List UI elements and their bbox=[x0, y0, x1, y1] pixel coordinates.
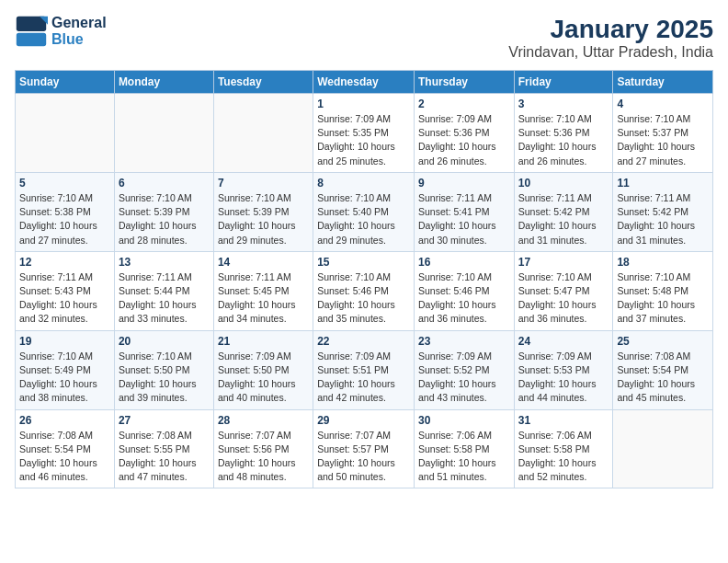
day-number: 17 bbox=[518, 256, 609, 269]
calendar-cell bbox=[16, 94, 115, 173]
day-info: Sunrise: 7:11 AM Sunset: 5:41 PM Dayligh… bbox=[418, 191, 510, 247]
calendar-cell: 23Sunrise: 7:09 AM Sunset: 5:52 PM Dayli… bbox=[414, 330, 514, 409]
calendar-cell: 10Sunrise: 7:11 AM Sunset: 5:42 PM Dayli… bbox=[514, 172, 613, 251]
week-row-5: 26Sunrise: 7:08 AM Sunset: 5:54 PM Dayli… bbox=[16, 409, 713, 488]
calendar-cell: 25Sunrise: 7:08 AM Sunset: 5:54 PM Dayli… bbox=[613, 330, 713, 409]
day-info: Sunrise: 7:08 AM Sunset: 5:55 PM Dayligh… bbox=[119, 429, 210, 485]
day-number: 20 bbox=[119, 335, 210, 348]
logo-text: General Blue bbox=[51, 15, 107, 48]
day-info: Sunrise: 7:07 AM Sunset: 5:57 PM Dayligh… bbox=[317, 429, 410, 485]
day-number: 31 bbox=[518, 414, 609, 427]
day-number: 8 bbox=[317, 177, 410, 190]
day-number: 25 bbox=[617, 335, 709, 348]
page-header: General Blue January 2025 Vrindavan, Utt… bbox=[15, 15, 713, 61]
day-info: Sunrise: 7:10 AM Sunset: 5:39 PM Dayligh… bbox=[119, 191, 210, 247]
day-info: Sunrise: 7:11 AM Sunset: 5:42 PM Dayligh… bbox=[617, 191, 709, 247]
calendar-cell: 17Sunrise: 7:10 AM Sunset: 5:47 PM Dayli… bbox=[514, 251, 613, 330]
day-info: Sunrise: 7:10 AM Sunset: 5:39 PM Dayligh… bbox=[218, 191, 309, 247]
day-info: Sunrise: 7:08 AM Sunset: 5:54 PM Dayligh… bbox=[19, 429, 110, 485]
day-number: 9 bbox=[418, 177, 510, 190]
day-header-thursday: Thursday bbox=[414, 71, 514, 94]
calendar-cell: 13Sunrise: 7:11 AM Sunset: 5:44 PM Dayli… bbox=[114, 251, 213, 330]
calendar-cell: 4Sunrise: 7:10 AM Sunset: 5:37 PM Daylig… bbox=[613, 94, 713, 173]
calendar-cell: 2Sunrise: 7:09 AM Sunset: 5:36 PM Daylig… bbox=[414, 94, 514, 173]
day-header-sunday: Sunday bbox=[16, 71, 115, 94]
calendar-cell: 9Sunrise: 7:11 AM Sunset: 5:41 PM Daylig… bbox=[414, 172, 514, 251]
day-info: Sunrise: 7:10 AM Sunset: 5:46 PM Dayligh… bbox=[418, 270, 510, 327]
calendar-cell: 27Sunrise: 7:08 AM Sunset: 5:55 PM Dayli… bbox=[114, 409, 213, 488]
day-info: Sunrise: 7:10 AM Sunset: 5:47 PM Dayligh… bbox=[518, 270, 609, 327]
day-number: 4 bbox=[617, 98, 709, 110]
calendar-cell bbox=[613, 409, 713, 488]
calendar-cell: 6Sunrise: 7:10 AM Sunset: 5:39 PM Daylig… bbox=[114, 172, 213, 251]
day-header-saturday: Saturday bbox=[613, 71, 713, 94]
week-row-1: 1Sunrise: 7:09 AM Sunset: 5:35 PM Daylig… bbox=[16, 94, 713, 173]
day-number: 1 bbox=[317, 98, 410, 110]
day-number: 26 bbox=[19, 414, 110, 427]
day-number: 13 bbox=[119, 256, 210, 269]
day-info: Sunrise: 7:09 AM Sunset: 5:36 PM Dayligh… bbox=[418, 112, 510, 168]
calendar-cell: 21Sunrise: 7:09 AM Sunset: 5:50 PM Dayli… bbox=[213, 330, 313, 409]
svg-rect-1 bbox=[17, 17, 46, 31]
day-info: Sunrise: 7:10 AM Sunset: 5:37 PM Dayligh… bbox=[617, 112, 709, 168]
day-number: 14 bbox=[218, 256, 309, 269]
day-number: 28 bbox=[218, 414, 309, 427]
calendar-cell: 24Sunrise: 7:09 AM Sunset: 5:53 PM Dayli… bbox=[514, 330, 613, 409]
calendar-cell: 31Sunrise: 7:06 AM Sunset: 5:58 PM Dayli… bbox=[514, 409, 613, 488]
calendar-cell: 14Sunrise: 7:11 AM Sunset: 5:45 PM Dayli… bbox=[213, 251, 313, 330]
day-info: Sunrise: 7:10 AM Sunset: 5:48 PM Dayligh… bbox=[617, 270, 709, 327]
title-block: January 2025 Vrindavan, Uttar Pradesh, I… bbox=[508, 15, 713, 61]
calendar-cell: 5Sunrise: 7:10 AM Sunset: 5:38 PM Daylig… bbox=[16, 172, 115, 251]
day-number: 27 bbox=[119, 414, 210, 427]
calendar-cell: 11Sunrise: 7:11 AM Sunset: 5:42 PM Dayli… bbox=[613, 172, 713, 251]
day-info: Sunrise: 7:11 AM Sunset: 5:43 PM Dayligh… bbox=[19, 270, 110, 327]
calendar-cell: 20Sunrise: 7:10 AM Sunset: 5:50 PM Dayli… bbox=[114, 330, 213, 409]
calendar-cell: 18Sunrise: 7:10 AM Sunset: 5:48 PM Dayli… bbox=[613, 251, 713, 330]
day-number: 2 bbox=[418, 98, 510, 110]
svg-rect-2 bbox=[17, 33, 46, 46]
day-number: 3 bbox=[518, 98, 609, 110]
day-info: Sunrise: 7:06 AM Sunset: 5:58 PM Dayligh… bbox=[418, 429, 510, 485]
calendar-cell: 30Sunrise: 7:06 AM Sunset: 5:58 PM Dayli… bbox=[414, 409, 514, 488]
calendar-cell bbox=[114, 94, 213, 173]
week-row-3: 12Sunrise: 7:11 AM Sunset: 5:43 PM Dayli… bbox=[16, 251, 713, 330]
day-number: 7 bbox=[218, 177, 309, 190]
calendar-cell: 1Sunrise: 7:09 AM Sunset: 5:35 PM Daylig… bbox=[313, 94, 415, 173]
day-number: 24 bbox=[518, 335, 609, 348]
day-info: Sunrise: 7:07 AM Sunset: 5:56 PM Dayligh… bbox=[218, 429, 309, 485]
week-row-4: 19Sunrise: 7:10 AM Sunset: 5:49 PM Dayli… bbox=[16, 330, 713, 409]
day-number: 5 bbox=[19, 177, 110, 190]
logo: General Blue bbox=[15, 15, 107, 48]
day-number: 15 bbox=[317, 256, 410, 269]
calendar-cell: 22Sunrise: 7:09 AM Sunset: 5:51 PM Dayli… bbox=[313, 330, 415, 409]
day-header-friday: Friday bbox=[514, 71, 613, 94]
day-number: 29 bbox=[317, 414, 410, 427]
day-number: 23 bbox=[418, 335, 510, 348]
day-number: 18 bbox=[617, 256, 709, 269]
calendar-cell: 28Sunrise: 7:07 AM Sunset: 5:56 PM Dayli… bbox=[213, 409, 313, 488]
day-header-monday: Monday bbox=[114, 71, 213, 94]
calendar-cell: 29Sunrise: 7:07 AM Sunset: 5:57 PM Dayli… bbox=[313, 409, 415, 488]
calendar-cell: 7Sunrise: 7:10 AM Sunset: 5:39 PM Daylig… bbox=[213, 172, 313, 251]
day-info: Sunrise: 7:10 AM Sunset: 5:49 PM Dayligh… bbox=[19, 350, 110, 406]
day-header-wednesday: Wednesday bbox=[313, 71, 415, 94]
days-header-row: SundayMondayTuesdayWednesdayThursdayFrid… bbox=[16, 71, 713, 94]
day-info: Sunrise: 7:10 AM Sunset: 5:38 PM Dayligh… bbox=[19, 191, 110, 247]
calendar-cell: 3Sunrise: 7:10 AM Sunset: 5:36 PM Daylig… bbox=[514, 94, 613, 173]
day-info: Sunrise: 7:08 AM Sunset: 5:54 PM Dayligh… bbox=[617, 350, 709, 406]
calendar-subtitle: Vrindavan, Uttar Pradesh, India bbox=[508, 44, 713, 61]
calendar-cell: 19Sunrise: 7:10 AM Sunset: 5:49 PM Dayli… bbox=[16, 330, 115, 409]
day-info: Sunrise: 7:09 AM Sunset: 5:51 PM Dayligh… bbox=[317, 350, 410, 406]
day-info: Sunrise: 7:10 AM Sunset: 5:46 PM Dayligh… bbox=[317, 270, 410, 327]
day-number: 12 bbox=[19, 256, 110, 269]
calendar-cell: 12Sunrise: 7:11 AM Sunset: 5:43 PM Dayli… bbox=[16, 251, 115, 330]
day-info: Sunrise: 7:11 AM Sunset: 5:45 PM Dayligh… bbox=[218, 270, 309, 327]
day-info: Sunrise: 7:10 AM Sunset: 5:36 PM Dayligh… bbox=[518, 112, 609, 168]
day-number: 21 bbox=[218, 335, 309, 348]
calendar-cell: 26Sunrise: 7:08 AM Sunset: 5:54 PM Dayli… bbox=[16, 409, 115, 488]
day-number: 30 bbox=[418, 414, 510, 427]
day-number: 11 bbox=[617, 177, 709, 190]
day-info: Sunrise: 7:09 AM Sunset: 5:35 PM Dayligh… bbox=[317, 112, 410, 168]
day-info: Sunrise: 7:06 AM Sunset: 5:58 PM Dayligh… bbox=[518, 429, 609, 485]
calendar-cell: 8Sunrise: 7:10 AM Sunset: 5:40 PM Daylig… bbox=[313, 172, 415, 251]
